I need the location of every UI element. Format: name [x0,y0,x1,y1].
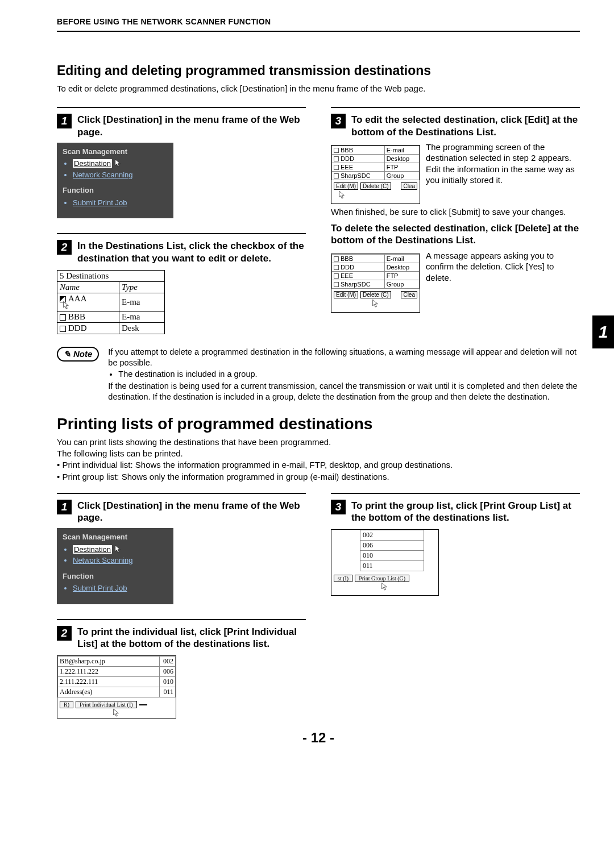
cursor-icon [331,298,420,309]
cell: SharpSDC [341,172,371,179]
cursor-icon [57,708,176,718]
checkbox[interactable] [60,326,66,332]
section1-title: Editing and deleting programmed transmis… [57,63,580,78]
table-row: DDDDesktop [332,154,420,163]
step-text: In the Destinations List, click the chec… [77,240,306,264]
checkbox[interactable] [334,173,339,178]
scan-management-label: Scan Management [63,531,168,543]
svg-marker-1 [64,301,69,309]
sec1-step1: 1 Click [Destination] in the menu frame … [57,114,306,138]
checkbox[interactable] [60,314,66,321]
destination-link[interactable]: Destination [73,159,112,168]
cell: BBB [68,312,85,321]
destination-link[interactable]: Destination [73,545,112,554]
checkbox[interactable] [334,165,339,170]
cursor-icon [114,545,122,554]
menu-item-network-scanning[interactable]: Network Scanning [73,555,168,566]
cell: BBB [341,147,353,153]
cell: SharpSDC [341,281,371,288]
st-button[interactable]: st (I) [334,575,352,582]
cell: Address(es) [58,687,160,697]
checkbox[interactable] [334,273,339,279]
destinations-list-screenshot: 5 Destinations Name Type AAA E-ma BBB E-… [57,270,165,334]
cell: 002 [160,657,176,667]
cell: 2.111.222.111 [58,677,160,687]
delete-screenshot: BBBE-mail DDDDesktop EEEFTP SharpSDCGrou… [331,254,420,313]
print-individual-list-button[interactable]: Print Individual List (I) [76,701,137,708]
cell: 010 [160,677,176,687]
cursor-icon [331,190,420,200]
table-row: EEEFTP [332,271,420,280]
col-name: Name [57,281,119,293]
col-type: Type [119,281,164,293]
menu-item-network-scanning[interactable]: Network Scanning [73,169,168,181]
section2-title: Printing lists of programmed destination… [57,415,580,433]
menu-item-submit-print-job[interactable]: Submit Print Job [73,197,168,209]
network-scanning-link[interactable]: Network Scanning [73,556,133,564]
table-row: AAA E-ma [57,293,165,311]
cell: AAA [68,294,86,303]
step-number: 2 [57,240,72,255]
checkbox[interactable] [334,282,339,287]
sec2-l1: You can print lists showing the destinat… [57,437,580,448]
submit-print-job-link[interactable]: Submit Print Job [73,198,127,207]
network-scanning-link[interactable]: Network Scanning [73,171,133,179]
section1-intro: To edit or delete programmed destination… [57,83,580,94]
menu-item-submit-print-job[interactable]: Submit Print Job [73,583,168,594]
sec2-step2: 2 To print the individual list, click [P… [57,626,306,650]
table-row: BBBE-mail [332,254,420,263]
cell: Desktop [384,154,419,163]
sec2-step3: 3 To print the group list, click [Print … [331,500,580,524]
step-number: 3 [331,114,346,128]
step3-below: When finished, be sure to click [Submit]… [331,206,580,218]
clear-button[interactable]: Clea [401,182,417,190]
cell: 011 [160,687,176,697]
cell: BBB [341,255,353,262]
partial-button[interactable] [139,704,147,705]
table-row: BB@sharp.co.jp002 [58,657,176,667]
table-row: BBB E-ma [57,311,165,322]
cell: E-ma [119,311,164,322]
clear-button[interactable]: Clea [401,291,417,298]
note-block: ✎ Note If you attempt to delete a progra… [57,347,580,402]
menu-item-destination[interactable]: Destination [73,544,168,555]
checkbox[interactable] [334,156,339,161]
step-text: Click [Destination] in the menu frame of… [77,114,306,138]
edit-button[interactable]: Edit (M) [334,182,358,190]
chapter-tab: 1 [592,315,614,348]
table-row: 002 [360,530,424,541]
menu-item-destination[interactable]: Destination [73,158,168,169]
web-menu-screenshot: Scan Management Destination Network Scan… [57,143,173,219]
table-row: 2.111.222.111010 [58,677,176,687]
cell: EEE [341,164,353,171]
note-line2: If the destination is being used for a c… [108,381,580,402]
step-text: To print the group list, click [Print Gr… [351,500,580,524]
web-menu-screenshot: Scan Management Destination Network Scan… [57,528,173,604]
print-group-list-button[interactable]: Print Group List (G) [355,575,409,582]
svg-marker-4 [115,545,120,553]
delete-button[interactable]: Delete (C) [360,182,391,190]
cell: Desktop [384,263,419,271]
table-row: 006 [360,541,424,551]
sec2-b1: • Print individual list: Shows the infor… [57,459,580,471]
edit-button[interactable]: Edit (M) [334,291,358,298]
step-number: 1 [57,500,72,514]
page-number: - 12 - [57,730,580,746]
table-row: SharpSDCGroup [332,280,420,288]
delete-button[interactable]: Delete (C) [360,291,391,298]
table-row: Address(es)011 [58,687,176,697]
sec1-step3: 3 To edit the selected destination, clic… [331,114,580,138]
cell: 1.222.111.222 [58,667,160,677]
cell: 006 [160,667,176,677]
submit-print-job-link[interactable]: Submit Print Job [73,584,127,592]
cell: DDD [341,264,354,271]
step-text: To edit the selected destination, click … [351,114,580,138]
checkbox[interactable] [334,148,339,153]
cell: 006 [360,541,424,551]
checkbox[interactable] [334,256,339,261]
step-number: 1 [57,114,72,128]
r-button[interactable]: R) [60,701,73,708]
svg-marker-5 [114,709,119,717]
cell: E-mail [384,254,419,263]
checkbox[interactable] [334,265,339,270]
